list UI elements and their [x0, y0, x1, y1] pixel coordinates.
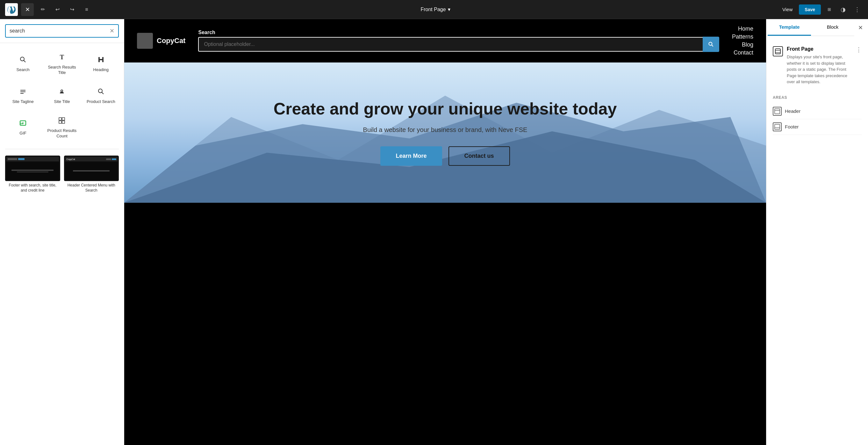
more-icon: ⋮ [854, 6, 860, 13]
toolbar-center: Front Page ▾ [96, 6, 775, 12]
list-view-button[interactable]: ≡ [81, 4, 92, 15]
divider [5, 149, 119, 149]
svg-point-1 [21, 57, 24, 61]
tab-block[interactable]: Block [811, 19, 854, 36]
svg-text:GIF: GIF [20, 122, 24, 125]
area-item-footer[interactable]: Footer [773, 119, 862, 135]
footer-area-icon [773, 122, 782, 131]
pencil-icon: ✏ [41, 6, 45, 12]
block-label-search: Search [17, 67, 30, 73]
layout-toggle-button[interactable]: ⊞ [824, 4, 835, 15]
main-layout: ✕ Search T Search Results Title Head [0, 19, 868, 445]
svg-line-19 [712, 45, 713, 47]
pattern-thumb-footer-search [5, 155, 60, 181]
toolbar-left: ✕ ✏ ↩ ↪ ≡ [5, 3, 92, 16]
block-search-bar: ✕ [0, 19, 124, 43]
area-item-header[interactable]: Header [773, 103, 862, 119]
view-button[interactable]: View [778, 5, 796, 14]
nav-item-patterns[interactable]: Patterns [732, 33, 753, 40]
undo-button[interactable]: ↩ [52, 4, 63, 15]
nav-item-contact[interactable]: Contact [734, 50, 753, 56]
block-item-gif[interactable]: GIF GIF [4, 110, 42, 144]
learn-more-button[interactable]: Learn More [380, 146, 442, 166]
site-nav: Home Patterns Blog Contact [732, 26, 753, 56]
block-item-site-title[interactable]: Site Title [43, 81, 81, 110]
svg-line-11 [102, 92, 103, 94]
svg-rect-28 [775, 124, 780, 129]
hero-section: Create and grow your unique website toda… [124, 62, 766, 203]
block-item-product-results-count[interactable]: Product Results Count [43, 110, 81, 144]
contact-us-button[interactable]: Contact us [448, 146, 510, 166]
block-label-search-results-title: Search Results Title [45, 65, 79, 76]
svg-rect-16 [59, 121, 61, 123]
nav-item-blog[interactable]: Blog [742, 41, 753, 48]
area-item-footer-label: Footer [785, 124, 799, 129]
right-panel-header: Template Block ✕ [766, 19, 868, 36]
pattern-card-footer-search[interactable]: Footer with search, site title, and cred… [5, 155, 60, 193]
page-title-text: Front Page [421, 7, 446, 12]
svg-rect-5 [98, 59, 103, 60]
header-search-label: Search [198, 30, 719, 35]
heading-icon [96, 55, 106, 65]
svg-point-9 [61, 90, 63, 92]
block-item-heading[interactable]: Heading [82, 47, 120, 81]
list-icon: ≡ [85, 7, 88, 12]
wordpress-logo[interactable] [5, 3, 18, 16]
contrast-button[interactable]: ◑ [837, 4, 849, 15]
site-logo-area: CopyCat [137, 33, 185, 49]
areas-label: AREAS [773, 95, 862, 100]
header-search-submit[interactable] [703, 37, 719, 52]
block-item-site-tagline[interactable]: Site Tagline [4, 81, 42, 110]
header-search-input-wrap [198, 37, 719, 52]
pattern-card-header-centered[interactable]: CopyCat Header Centered Menu with Search [64, 155, 119, 193]
block-item-search[interactable]: Search [4, 47, 42, 81]
block-item-search-results-title[interactable]: T Search Results Title [43, 47, 81, 81]
svg-rect-23 [775, 49, 780, 54]
svg-rect-17 [62, 121, 65, 123]
search-results-title-icon: T [57, 52, 67, 62]
search-clear-button[interactable]: ✕ [110, 27, 114, 34]
hero-title: Create and grow your unique website toda… [274, 99, 617, 119]
toolbar: ✕ ✏ ↩ ↪ ≡ Front Page ▾ View Save ⊞ ◑ ⋮ [0, 0, 868, 19]
site-header: CopyCat Search Home Patterns Blog Cont [124, 19, 766, 62]
more-options-button[interactable]: ⋮ [851, 4, 863, 15]
left-panel: ✕ Search T Search Results Title Head [0, 19, 124, 445]
pencil-button[interactable]: ✏ [37, 4, 49, 15]
undo-icon: ↩ [55, 6, 60, 12]
search-input[interactable] [9, 28, 107, 34]
contrast-icon: ◑ [841, 6, 846, 13]
nav-item-home[interactable]: Home [738, 26, 753, 32]
pattern-label-footer-search: Footer with search, site title, and cred… [5, 183, 60, 193]
pattern-label-header-centered: Header Centered Menu with Search [64, 183, 119, 193]
save-button[interactable]: Save [799, 4, 821, 14]
layout-icon: ⊞ [828, 7, 831, 12]
redo-button[interactable]: ↪ [66, 4, 78, 15]
site-logo-image [137, 33, 153, 49]
template-icon [773, 46, 783, 56]
redo-icon: ↪ [70, 6, 74, 12]
tab-template[interactable]: Template [768, 19, 811, 36]
block-label-heading: Heading [93, 67, 108, 73]
page-title-button[interactable]: Front Page ▾ [421, 6, 450, 12]
svg-point-10 [98, 89, 102, 93]
block-item-product-search[interactable]: Product Search [82, 81, 120, 110]
right-panel-body: Front Page Displays your site's front pa… [766, 36, 868, 445]
svg-line-2 [24, 61, 26, 62]
template-description: Displays your site's front page, whether… [787, 54, 852, 85]
template-item: Front Page Displays your site's front pa… [773, 42, 862, 89]
template-more-button[interactable]: ⋮ [856, 46, 862, 53]
right-panel-close-button[interactable]: ✕ [854, 21, 867, 35]
site-tagline-icon [18, 86, 28, 97]
block-label-product-search: Product Search [87, 99, 115, 105]
header-search-input[interactable] [198, 37, 703, 52]
search-input-wrap: ✕ [5, 24, 119, 38]
search-block-icon [18, 55, 28, 65]
close-icon: ✕ [25, 6, 30, 13]
product-results-count-icon [57, 115, 67, 126]
close-button[interactable]: ✕ [21, 3, 34, 16]
svg-point-18 [709, 42, 712, 45]
header-area-icon [773, 107, 782, 116]
canvas-frame: CopyCat Search Home Patterns Blog Cont [124, 19, 766, 445]
svg-rect-26 [775, 109, 780, 114]
patterns-grid: Footer with search, site title, and cred… [0, 150, 124, 198]
